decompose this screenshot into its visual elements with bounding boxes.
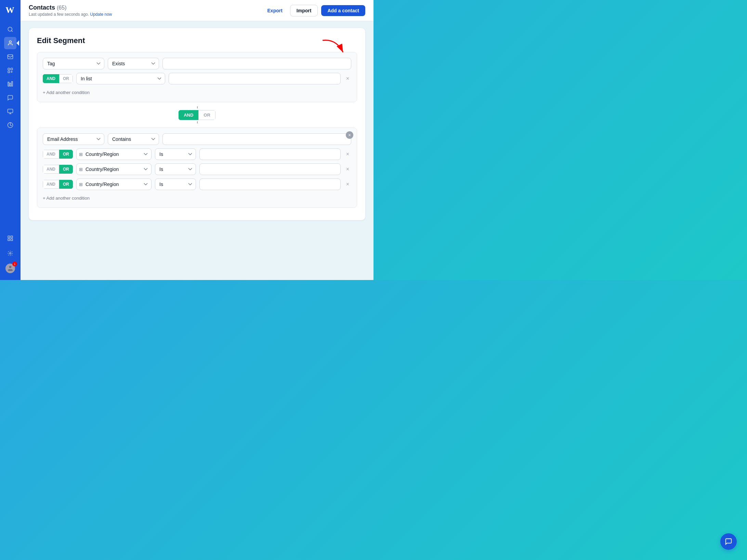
email-operator-select[interactable]: Contains bbox=[108, 133, 159, 145]
sidebar-logo[interactable]: W bbox=[4, 4, 16, 16]
logic-btn-group-4: AND OR bbox=[43, 180, 73, 189]
add-contact-button[interactable]: Add a contact bbox=[321, 5, 365, 16]
header-actions: Export Import Add a contact bbox=[263, 5, 365, 16]
switzerland-value-input[interactable]: Switzerland bbox=[199, 163, 341, 175]
svg-point-1 bbox=[8, 27, 12, 31]
header: Contacts (65) Last updated a few seconds… bbox=[21, 0, 374, 21]
close-group-2-btn[interactable]: × bbox=[346, 131, 353, 139]
country-field-select-2[interactable]: Country/Region bbox=[76, 163, 152, 175]
contacts-count: (65) bbox=[57, 5, 66, 11]
country-field-select-3[interactable]: Country/Region bbox=[76, 178, 152, 190]
page-title: Contacts (65) bbox=[29, 4, 112, 11]
condition-row-tag: Tag Exists stripe-integration-Charge_Suc… bbox=[43, 58, 351, 69]
svg-rect-14 bbox=[8, 239, 10, 241]
remove-germany-btn[interactable]: × bbox=[344, 150, 351, 159]
or-btn-1[interactable]: OR bbox=[59, 74, 73, 83]
connector-btn-group: AND OR bbox=[179, 110, 215, 120]
svg-rect-9 bbox=[12, 82, 13, 86]
condition-row-germany: AND OR ⊞ Country/Region Is Germany × bbox=[43, 148, 351, 160]
content-area: Edit Segment bbox=[21, 21, 374, 280]
logic-btn-group-3: AND OR bbox=[43, 165, 73, 174]
tag-operator-select[interactable]: Exists bbox=[108, 58, 159, 69]
condition-group-2: × Email Address Contains .de AND OR bbox=[37, 128, 357, 208]
condition-row-inlist: AND OR In list WM Main [EN] × bbox=[43, 73, 351, 84]
logic-btn-group-2: AND OR bbox=[43, 150, 73, 159]
svg-rect-5 bbox=[11, 68, 13, 70]
svg-point-2 bbox=[9, 41, 11, 43]
country-operator-1[interactable]: Is bbox=[155, 148, 196, 160]
and-btn-2[interactable]: AND bbox=[43, 150, 59, 159]
svg-rect-8 bbox=[10, 83, 11, 86]
header-left: Contacts (65) Last updated a few seconds… bbox=[29, 4, 112, 17]
svg-rect-6 bbox=[8, 71, 10, 73]
update-link[interactable]: Update now bbox=[90, 12, 112, 17]
sidebar-item-automation[interactable] bbox=[4, 64, 16, 77]
svg-rect-12 bbox=[8, 236, 10, 238]
group-connector: AND OR bbox=[37, 106, 357, 123]
condition-group-1: Tag Exists stripe-integration-Charge_Suc… bbox=[37, 52, 357, 102]
svg-rect-3 bbox=[8, 55, 13, 59]
country-select-wrapper-2: ⊞ Country/Region bbox=[76, 163, 152, 175]
sidebar-item-contacts[interactable] bbox=[4, 37, 16, 49]
tag-value-input[interactable]: stripe-integration-Charge_Succeeded bbox=[162, 58, 351, 69]
sidebar-bottom: 1 bbox=[4, 232, 16, 276]
and-btn-1[interactable]: AND bbox=[43, 74, 59, 83]
sidebar-item-email[interactable] bbox=[4, 51, 16, 63]
svg-rect-10 bbox=[8, 109, 13, 113]
main-area: Contacts (65) Last updated a few seconds… bbox=[21, 0, 374, 280]
svg-rect-4 bbox=[8, 68, 10, 70]
inlist-value-input[interactable]: WM Main [EN] bbox=[169, 73, 341, 84]
country-select-wrapper-3: ⊞ Country/Region bbox=[76, 178, 152, 190]
tag-field-select[interactable]: Tag bbox=[43, 58, 104, 69]
svg-point-17 bbox=[9, 266, 12, 268]
germany-value-input[interactable]: Germany bbox=[199, 148, 341, 160]
segment-title: Edit Segment bbox=[37, 36, 357, 45]
sidebar-item-search[interactable] bbox=[4, 23, 16, 36]
or-btn-4[interactable]: OR bbox=[59, 180, 73, 189]
remove-switzerland-btn[interactable]: × bbox=[344, 165, 351, 174]
sidebar-item-apps[interactable] bbox=[4, 232, 16, 244]
svg-point-16 bbox=[10, 253, 11, 254]
svg-text:W: W bbox=[5, 5, 14, 15]
email-value-input[interactable]: .de bbox=[162, 133, 351, 145]
country-operator-3[interactable]: Is bbox=[155, 178, 196, 190]
svg-rect-13 bbox=[11, 236, 13, 238]
remove-austria-btn[interactable]: × bbox=[344, 180, 351, 189]
country-field-select-1[interactable]: Country/Region bbox=[76, 148, 152, 160]
connector-and-btn[interactable]: AND bbox=[179, 110, 198, 120]
add-condition-2[interactable]: + Add another condition bbox=[43, 194, 351, 202]
condition-row-email: Email Address Contains .de bbox=[43, 133, 351, 145]
austria-value-input[interactable]: Austria bbox=[199, 178, 341, 190]
last-updated: Last updated a few seconds ago. Update n… bbox=[29, 12, 112, 17]
avatar-badge: 1 bbox=[12, 262, 17, 266]
connector-or-btn[interactable]: OR bbox=[198, 110, 215, 120]
inlist-field-select[interactable]: In list bbox=[76, 73, 165, 84]
or-btn-3[interactable]: OR bbox=[59, 165, 73, 174]
and-btn-4[interactable]: AND bbox=[43, 180, 59, 189]
logic-btn-group-1: AND OR bbox=[43, 74, 73, 83]
export-button[interactable]: Export bbox=[263, 5, 287, 16]
and-btn-3[interactable]: AND bbox=[43, 165, 59, 174]
add-condition-1[interactable]: + Add another condition bbox=[43, 89, 351, 96]
country-operator-2[interactable]: Is bbox=[155, 163, 196, 175]
sidebar-item-campaigns[interactable] bbox=[4, 78, 16, 90]
avatar[interactable]: 1 bbox=[4, 262, 16, 275]
svg-rect-7 bbox=[8, 82, 9, 86]
sidebar-item-chat[interactable] bbox=[4, 92, 16, 104]
segment-panel: Edit Segment bbox=[29, 28, 365, 220]
sidebar-item-settings[interactable] bbox=[4, 247, 16, 259]
sidebar: W bbox=[0, 0, 21, 280]
country-select-wrapper-1: ⊞ Country/Region bbox=[76, 148, 152, 160]
or-btn-2[interactable]: OR bbox=[59, 150, 73, 159]
sidebar-item-reports[interactable] bbox=[4, 105, 16, 118]
svg-rect-15 bbox=[11, 239, 13, 241]
email-field-select[interactable]: Email Address bbox=[43, 133, 104, 145]
sidebar-active-indicator bbox=[16, 40, 19, 46]
condition-row-switzerland: AND OR ⊞ Country/Region Is Switzerland × bbox=[43, 163, 351, 175]
sidebar-item-analytics[interactable] bbox=[4, 119, 16, 131]
remove-inlist-btn[interactable]: × bbox=[344, 74, 351, 83]
condition-row-austria: AND OR ⊞ Country/Region Is Austria × bbox=[43, 178, 351, 190]
import-button[interactable]: Import bbox=[290, 5, 318, 16]
